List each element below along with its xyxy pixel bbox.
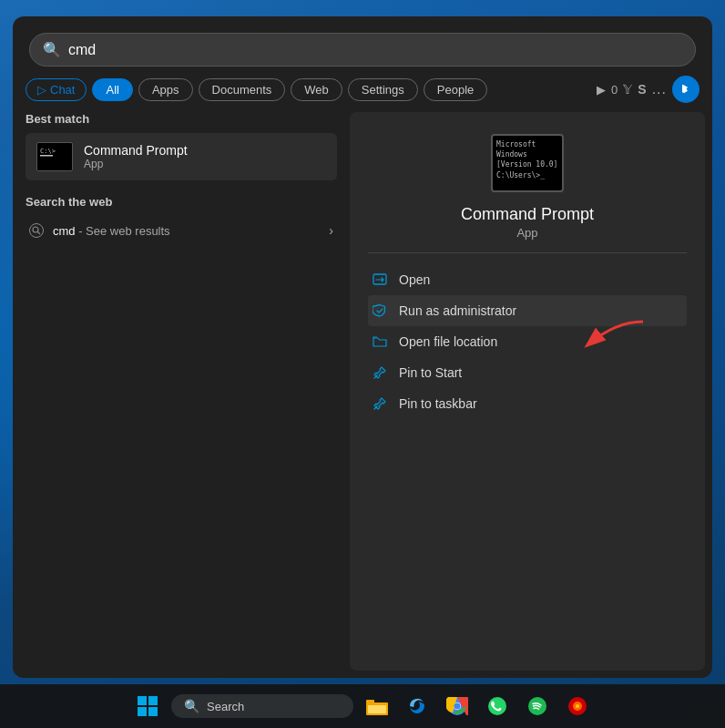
taskbar-search-box[interactable]: 🔍 Search [171, 694, 353, 718]
cmd-preview-icon: Microsoft Windows [Version 10.0] C:\User… [491, 134, 564, 192]
action-pin-to-start-label: Pin to Start [399, 365, 462, 380]
action-open-file-location[interactable]: Open file location [368, 326, 687, 357]
svg-line-4 [38, 232, 41, 235]
divider [368, 252, 687, 253]
action-pin-to-taskbar-label: Pin to taskbar [399, 396, 477, 411]
open-icon [372, 272, 388, 288]
chat-play-icon: ▷ [37, 83, 46, 97]
search-bar-container: 🔍 [29, 33, 696, 67]
main-content: Best match C:\> Command Prompt App Searc… [13, 112, 712, 678]
query-text: cmd [53, 224, 76, 238]
search-icon: 🔍 [43, 41, 61, 58]
windows-logo-icon [137, 695, 158, 717]
right-panel: Microsoft Windows [Version 10.0] C:\User… [350, 112, 705, 671]
svg-text:C:\>: C:\> [40, 148, 56, 155]
start-menu: 🔍 ▷ Chat All Apps Documents Web Settings… [13, 16, 712, 678]
tab-right-group: ▶ 0 𝕐 S ... [597, 76, 699, 103]
extra-app-icon [567, 695, 588, 717]
tab-chat-label: Chat [50, 83, 75, 97]
taskbar-search-label: Search [207, 700, 244, 713]
taskbar: 🔍 Search [0, 684, 725, 728]
action-pin-to-taskbar[interactable]: Pin to taskbar [368, 388, 687, 419]
right-panel-app-name: Command Prompt [461, 205, 594, 224]
see-results-text: - See web results [76, 224, 170, 238]
cmd-app-icon: C:\> [36, 142, 73, 171]
action-run-as-admin[interactable]: Run as administrator [368, 295, 687, 326]
action-run-as-admin-label: Run as administrator [399, 303, 516, 318]
tab-people[interactable]: People [424, 78, 487, 101]
taskbar-extra-app[interactable] [561, 690, 594, 723]
folder-icon [372, 333, 388, 350]
action-pin-to-start[interactable]: Pin to Start [368, 357, 687, 388]
search-web-label: Search the web [26, 195, 337, 209]
network-icon: 𝕐 [623, 82, 632, 97]
right-panel-app-type: App [516, 226, 537, 240]
svg-point-3 [33, 227, 38, 232]
svg-rect-2 [40, 155, 53, 157]
svg-rect-11 [138, 707, 147, 716]
best-match-app-name: Command Prompt [84, 143, 188, 158]
tab-settings[interactable]: Settings [348, 78, 418, 101]
taskbar-file-explorer[interactable] [361, 690, 393, 723]
web-search-item[interactable]: cmd - See web results › [26, 216, 337, 245]
tab-web[interactable]: Web [291, 78, 342, 101]
taskbar-search-icon: 🔍 [184, 699, 199, 713]
chrome-icon [446, 695, 468, 717]
taskbar-edge[interactable] [401, 690, 434, 723]
spotify-icon [526, 695, 548, 717]
web-query: cmd - See web results [53, 224, 170, 238]
edge-icon [406, 695, 428, 717]
web-search-icon [29, 223, 44, 238]
shield-icon [372, 302, 388, 319]
best-match-info: Command Prompt App [84, 143, 188, 170]
best-match-label: Best match [26, 112, 337, 126]
pin-icon [372, 364, 388, 381]
svg-rect-12 [148, 707, 158, 716]
best-match-app-type: App [84, 158, 188, 170]
tab-apps[interactable]: Apps [138, 78, 193, 101]
svg-rect-10 [148, 696, 158, 705]
file-explorer-icon [366, 697, 388, 715]
taskbar-chrome[interactable] [441, 690, 474, 723]
svg-rect-9 [138, 696, 147, 705]
svg-point-19 [488, 697, 506, 715]
tab-chat[interactable]: ▷ Chat [26, 78, 87, 101]
left-panel: Best match C:\> Command Prompt App Searc… [13, 112, 350, 678]
s-button[interactable]: S [638, 82, 646, 97]
tab-all[interactable]: All [92, 78, 132, 101]
start-button[interactable] [131, 690, 164, 723]
action-open[interactable]: Open [368, 264, 687, 295]
svg-point-18 [454, 703, 461, 710]
search-input[interactable] [68, 42, 682, 58]
taskbar-whatsapp[interactable] [481, 690, 514, 723]
bing-button[interactable] [672, 76, 699, 103]
svg-rect-15 [368, 705, 386, 713]
pin-taskbar-icon [372, 395, 388, 412]
action-open-file-location-label: Open file location [399, 334, 497, 349]
tab-documents[interactable]: Documents [199, 78, 286, 101]
play-button[interactable]: ▶ [597, 83, 606, 97]
filter-tabs-bar: ▷ Chat All Apps Documents Web Settings P… [13, 76, 712, 112]
more-button[interactable]: ... [652, 81, 667, 97]
best-match-item[interactable]: C:\> Command Prompt App [26, 133, 337, 180]
action-list: Open Run as administrator [368, 264, 687, 419]
web-arrow-icon: › [329, 223, 333, 238]
taskbar-spotify[interactable] [521, 690, 554, 723]
action-open-label: Open [399, 272, 430, 287]
count-badge: 0 [611, 83, 618, 97]
svg-rect-14 [366, 700, 374, 704]
svg-point-23 [576, 704, 579, 708]
whatsapp-icon [486, 695, 508, 717]
